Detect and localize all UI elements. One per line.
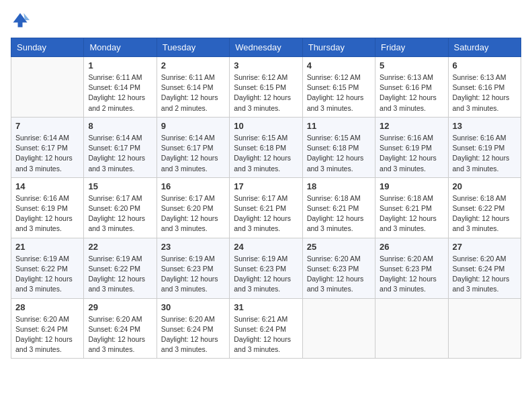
calendar-day-cell	[302, 298, 375, 359]
day-number: 22	[88, 242, 152, 252]
day-info: Sunrise: 6:20 AMSunset: 6:23 PMDaylight:…	[380, 254, 443, 295]
calendar-day-cell: 11Sunrise: 6:15 AMSunset: 6:18 PMDayligh…	[302, 117, 375, 177]
day-number: 5	[380, 60, 443, 71]
logo	[11, 11, 32, 30]
day-info: Sunrise: 6:18 AMSunset: 6:21 PMDaylight:…	[380, 193, 443, 234]
day-number: 16	[161, 181, 225, 191]
day-number: 17	[234, 181, 298, 191]
calendar-day-cell: 15Sunrise: 6:17 AMSunset: 6:20 PMDayligh…	[84, 177, 157, 238]
day-info: Sunrise: 6:19 AMSunset: 6:22 PMDaylight:…	[15, 254, 79, 295]
calendar-day-cell: 5Sunrise: 6:13 AMSunset: 6:16 PMDaylight…	[375, 57, 448, 118]
day-info: Sunrise: 6:21 AMSunset: 6:24 PMDaylight:…	[234, 314, 298, 355]
day-info: Sunrise: 6:15 AMSunset: 6:18 PMDaylight:…	[307, 133, 371, 174]
calendar-day-cell: 10Sunrise: 6:15 AMSunset: 6:18 PMDayligh…	[230, 117, 302, 177]
calendar-day-cell: 2Sunrise: 6:11 AMSunset: 6:14 PMDaylight…	[157, 57, 229, 118]
calendar-day-cell: 18Sunrise: 6:18 AMSunset: 6:21 PMDayligh…	[302, 177, 375, 238]
day-info: Sunrise: 6:20 AMSunset: 6:24 PMDaylight:…	[453, 254, 517, 295]
day-info: Sunrise: 6:12 AMSunset: 6:15 PMDaylight:…	[234, 73, 298, 113]
day-number: 25	[307, 242, 371, 252]
calendar-day-cell: 3Sunrise: 6:12 AMSunset: 6:15 PMDaylight…	[230, 57, 302, 118]
calendar-day-cell: 29Sunrise: 6:20 AMSunset: 6:24 PMDayligh…	[84, 298, 157, 359]
day-number: 30	[161, 302, 225, 312]
calendar-day-cell: 9Sunrise: 6:14 AMSunset: 6:17 PMDaylight…	[157, 117, 229, 177]
day-info: Sunrise: 6:15 AMSunset: 6:18 PMDaylight:…	[234, 133, 298, 174]
weekday-header: Friday	[375, 38, 448, 57]
calendar-day-cell	[375, 298, 448, 359]
day-info: Sunrise: 6:16 AMSunset: 6:19 PMDaylight:…	[453, 133, 517, 174]
calendar-week-row: 7Sunrise: 6:14 AMSunset: 6:17 PMDaylight…	[11, 117, 521, 177]
calendar-day-cell: 4Sunrise: 6:12 AMSunset: 6:15 PMDaylight…	[302, 57, 375, 118]
calendar-day-cell: 27Sunrise: 6:20 AMSunset: 6:24 PMDayligh…	[448, 238, 521, 298]
weekday-header: Sunday	[11, 38, 84, 57]
day-number: 23	[161, 242, 225, 252]
day-number: 1	[88, 60, 152, 71]
day-info: Sunrise: 6:19 AMSunset: 6:22 PMDaylight:…	[88, 254, 152, 295]
page-header	[11, 11, 521, 30]
day-info: Sunrise: 6:20 AMSunset: 6:24 PMDaylight:…	[161, 314, 225, 355]
calendar-day-cell: 17Sunrise: 6:17 AMSunset: 6:21 PMDayligh…	[230, 177, 302, 238]
day-number: 11	[307, 121, 371, 131]
day-number: 14	[15, 181, 79, 191]
day-info: Sunrise: 6:20 AMSunset: 6:24 PMDaylight:…	[15, 314, 79, 355]
day-number: 2	[161, 60, 225, 71]
day-info: Sunrise: 6:17 AMSunset: 6:21 PMDaylight:…	[234, 193, 298, 234]
day-info: Sunrise: 6:20 AMSunset: 6:23 PMDaylight:…	[307, 254, 371, 295]
day-number: 6	[453, 60, 517, 71]
calendar-header-row: SundayMondayTuesdayWednesdayThursdayFrid…	[11, 38, 521, 57]
calendar-day-cell: 6Sunrise: 6:13 AMSunset: 6:16 PMDaylight…	[448, 57, 521, 118]
day-number: 3	[234, 60, 298, 71]
day-info: Sunrise: 6:19 AMSunset: 6:23 PMDaylight:…	[234, 254, 298, 295]
calendar-day-cell: 20Sunrise: 6:18 AMSunset: 6:22 PMDayligh…	[448, 177, 521, 238]
calendar-week-row: 1Sunrise: 6:11 AMSunset: 6:14 PMDaylight…	[11, 57, 521, 118]
day-number: 18	[307, 181, 371, 191]
day-number: 29	[88, 302, 152, 312]
day-info: Sunrise: 6:19 AMSunset: 6:23 PMDaylight:…	[161, 254, 225, 295]
day-info: Sunrise: 6:11 AMSunset: 6:14 PMDaylight:…	[88, 73, 152, 113]
calendar-day-cell: 19Sunrise: 6:18 AMSunset: 6:21 PMDayligh…	[375, 177, 448, 238]
day-info: Sunrise: 6:14 AMSunset: 6:17 PMDaylight:…	[88, 133, 152, 174]
day-number: 4	[307, 60, 371, 71]
day-info: Sunrise: 6:18 AMSunset: 6:22 PMDaylight:…	[453, 193, 517, 234]
day-info: Sunrise: 6:13 AMSunset: 6:16 PMDaylight:…	[380, 73, 443, 113]
day-number: 26	[380, 242, 443, 252]
calendar-week-row: 14Sunrise: 6:16 AMSunset: 6:19 PMDayligh…	[11, 177, 521, 238]
calendar-day-cell: 12Sunrise: 6:16 AMSunset: 6:19 PMDayligh…	[375, 117, 448, 177]
weekday-header: Tuesday	[157, 38, 229, 57]
day-info: Sunrise: 6:14 AMSunset: 6:17 PMDaylight:…	[161, 133, 225, 174]
day-info: Sunrise: 6:16 AMSunset: 6:19 PMDaylight:…	[15, 193, 79, 234]
weekday-header: Wednesday	[230, 38, 302, 57]
calendar-day-cell: 26Sunrise: 6:20 AMSunset: 6:23 PMDayligh…	[375, 238, 448, 298]
calendar-day-cell	[11, 57, 84, 118]
calendar-table: SundayMondayTuesdayWednesdayThursdayFrid…	[11, 38, 521, 359]
day-info: Sunrise: 6:14 AMSunset: 6:17 PMDaylight:…	[15, 133, 79, 174]
day-number: 10	[234, 121, 298, 131]
calendar-day-cell: 31Sunrise: 6:21 AMSunset: 6:24 PMDayligh…	[230, 298, 302, 359]
calendar-day-cell: 24Sunrise: 6:19 AMSunset: 6:23 PMDayligh…	[230, 238, 302, 298]
day-number: 28	[15, 302, 79, 312]
calendar-day-cell	[448, 298, 521, 359]
calendar-day-cell: 22Sunrise: 6:19 AMSunset: 6:22 PMDayligh…	[84, 238, 157, 298]
day-number: 13	[453, 121, 517, 131]
day-info: Sunrise: 6:11 AMSunset: 6:14 PMDaylight:…	[161, 73, 225, 113]
day-info: Sunrise: 6:16 AMSunset: 6:19 PMDaylight:…	[380, 133, 443, 174]
calendar-day-cell: 25Sunrise: 6:20 AMSunset: 6:23 PMDayligh…	[302, 238, 375, 298]
day-number: 27	[453, 242, 517, 252]
day-number: 8	[88, 121, 152, 131]
calendar-day-cell: 23Sunrise: 6:19 AMSunset: 6:23 PMDayligh…	[157, 238, 229, 298]
day-number: 24	[234, 242, 298, 252]
day-number: 12	[380, 121, 443, 131]
day-number: 20	[453, 181, 517, 191]
calendar-day-cell: 14Sunrise: 6:16 AMSunset: 6:19 PMDayligh…	[11, 177, 84, 238]
weekday-header: Monday	[84, 38, 157, 57]
calendar-day-cell: 8Sunrise: 6:14 AMSunset: 6:17 PMDaylight…	[84, 117, 157, 177]
calendar-day-cell: 16Sunrise: 6:17 AMSunset: 6:20 PMDayligh…	[157, 177, 229, 238]
day-info: Sunrise: 6:13 AMSunset: 6:16 PMDaylight:…	[453, 73, 517, 113]
calendar-day-cell: 7Sunrise: 6:14 AMSunset: 6:17 PMDaylight…	[11, 117, 84, 177]
calendar-day-cell: 30Sunrise: 6:20 AMSunset: 6:24 PMDayligh…	[157, 298, 229, 359]
day-info: Sunrise: 6:17 AMSunset: 6:20 PMDaylight:…	[88, 193, 152, 234]
day-number: 21	[15, 242, 79, 252]
day-info: Sunrise: 6:20 AMSunset: 6:24 PMDaylight:…	[88, 314, 152, 355]
day-number: 7	[15, 121, 79, 131]
calendar-day-cell: 13Sunrise: 6:16 AMSunset: 6:19 PMDayligh…	[448, 117, 521, 177]
logo-icon	[11, 11, 30, 30]
